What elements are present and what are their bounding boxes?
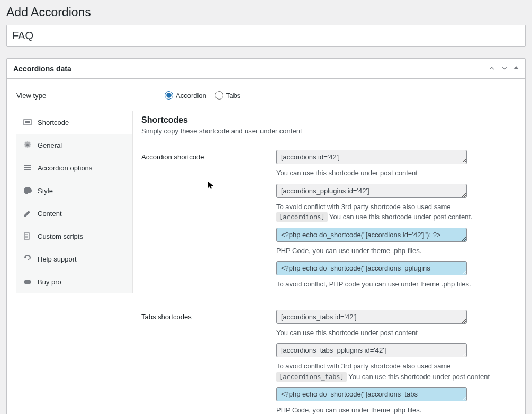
- hint: You can use this shortcode under post co…: [276, 168, 499, 178]
- radio-accordion-input[interactable]: [165, 91, 173, 100]
- side-tabs: Shortcode General Accordion options: [16, 111, 133, 293]
- accordion-php-input[interactable]: <?php echo do_shortcode("[accordions id=…: [276, 228, 467, 242]
- radio-accordion[interactable]: Accordion: [165, 91, 206, 100]
- palette-icon: [23, 186, 32, 195]
- sidetab-buypro[interactable]: Buy pro: [16, 271, 132, 293]
- sidetab-label: Help support: [38, 255, 77, 263]
- sidetab-shortcode[interactable]: Shortcode: [16, 111, 132, 134]
- hint: To avoid conflict with 3rd party shortco…: [276, 361, 499, 382]
- svg-rect-7: [24, 280, 31, 284]
- page-title: Add Accordions: [6, 0, 526, 25]
- accordion-shortcode-input[interactable]: [accordions id='42']: [276, 150, 467, 164]
- tabs-php-input[interactable]: <?php echo do_shortcode("[accordions_tab…: [276, 387, 467, 401]
- sidetab-general[interactable]: General: [16, 134, 132, 157]
- sidetab-label: Accordion options: [38, 164, 92, 172]
- hint: To avoid conflict with 3rd party shortco…: [276, 202, 499, 222]
- tabs-shortcode-input[interactable]: [accordions_tabs id='42']: [276, 310, 467, 324]
- panel-title: Accordions data: [13, 65, 71, 73]
- gear-icon: [23, 140, 32, 150]
- accordion-shortcode-row: Accordion shortcode [accordions id='42']…: [141, 150, 513, 295]
- section-subtitle: Simply copy these shortcode and user und…: [141, 127, 513, 135]
- accordions-data-panel: Accordions data View type: [6, 58, 526, 414]
- svg-rect-1: [25, 121, 30, 123]
- title-input[interactable]: [6, 25, 526, 47]
- edit-icon: [23, 209, 32, 218]
- sidetab-label: Content: [38, 210, 62, 218]
- hint: To avoid conflict, PHP code you can use …: [276, 279, 499, 290]
- tabs-shortcode-alt-input[interactable]: [accordions_tabs_pplugins id='42']: [276, 343, 467, 357]
- radio-tabs-label: Tabs: [226, 92, 240, 100]
- accordion-shortcode-alt-input[interactable]: [accordions_pplugins id='42']: [276, 184, 467, 198]
- radio-tabs-input[interactable]: [215, 91, 223, 100]
- inline-code: [accordions_tabs]: [276, 372, 347, 382]
- view-type-label: View type: [16, 89, 165, 100]
- chevron-up-icon[interactable]: [488, 64, 495, 73]
- radio-accordion-label: Accordion: [176, 92, 206, 100]
- tabs-shortcode-row: Tabs shortcodes [accordions_tabs id='42'…: [141, 310, 513, 415]
- sidetab-label: Custom scripts: [38, 232, 83, 240]
- triangle-toggle-icon[interactable]: [513, 64, 519, 73]
- tabs-shortcode-label: Tabs shortcodes: [141, 310, 276, 321]
- sidetab-label: Style: [38, 187, 53, 195]
- section-title: Shortcodes: [141, 115, 513, 125]
- sidetab-style[interactable]: Style: [16, 179, 132, 202]
- inline-code: [accordions]: [276, 212, 328, 222]
- sidetab-label: Buy pro: [38, 278, 61, 286]
- sidetab-label: General: [38, 141, 62, 149]
- sidetab-content[interactable]: Content: [16, 202, 132, 225]
- accordion-shortcode-label: Accordion shortcode: [141, 150, 276, 161]
- sidetab-label: Shortcode: [38, 119, 69, 127]
- hint: You can use this shortcode under post co…: [276, 328, 499, 338]
- panel-header: Accordions data: [7, 59, 525, 79]
- svg-rect-3: [24, 165, 31, 166]
- shortcode-icon: [23, 118, 32, 127]
- accordion-php-alt-input[interactable]: <?php echo do_shortcode("[accordions_ppl…: [276, 261, 467, 275]
- radio-tabs[interactable]: Tabs: [215, 91, 240, 100]
- hint: PHP Code, you can use under theme .php f…: [276, 405, 499, 414]
- chevron-down-icon[interactable]: [501, 64, 508, 73]
- view-type-row: View type Accordion Tabs: [16, 89, 516, 100]
- svg-rect-4: [24, 167, 31, 168]
- list-icon: [23, 163, 32, 173]
- svg-rect-5: [24, 169, 31, 170]
- script-icon: [23, 231, 32, 241]
- help-icon: [23, 254, 32, 264]
- sidetab-scripts[interactable]: Custom scripts: [16, 225, 132, 248]
- sidetab-options[interactable]: Accordion options: [16, 157, 132, 179]
- shortcode-tabpanel: Shortcodes Simply copy these shortcode a…: [133, 111, 516, 414]
- hint: PHP Code, you can use under theme .php f…: [276, 246, 499, 256]
- cart-icon: [23, 277, 32, 286]
- sidetab-help[interactable]: Help support: [16, 248, 132, 271]
